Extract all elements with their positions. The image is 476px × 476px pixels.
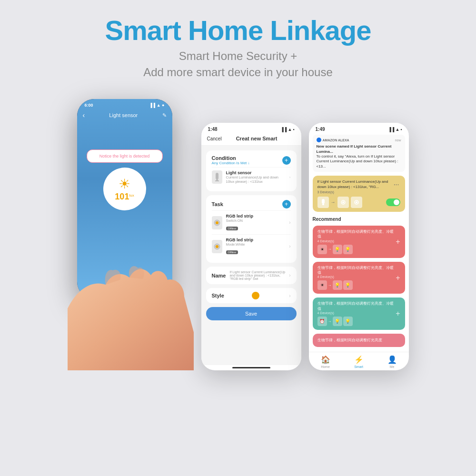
svg-rect-0 bbox=[216, 173, 218, 179]
middle-status-icons: ▐▐▲▪ bbox=[281, 127, 295, 132]
rec-card-2-icons: ☀ → 💡 💡 bbox=[317, 280, 396, 290]
task-item-2-text: RGB led strip Mode:White Offline bbox=[226, 238, 286, 255]
page-title: Smart Home Linkage bbox=[10, 14, 466, 46]
rec-card-2-count: 4 Device(s) bbox=[317, 275, 396, 278]
rec-icon-bulb-5: 💡 bbox=[333, 317, 342, 326]
condition-item[interactable]: Light sensor Current Luminance(Up and do… bbox=[212, 167, 291, 187]
rec-card-4-text: 生物节律，根据时间自动调整灯光亮度 bbox=[317, 338, 400, 343]
recommend-label: Recommend bbox=[309, 215, 409, 224]
svg-rect-7 bbox=[322, 199, 325, 204]
yellow-card-devices: 3 Device(s) bbox=[317, 190, 400, 194]
alexa-icon bbox=[317, 138, 321, 142]
rec-card-3-count: 4 Device(s) bbox=[317, 311, 396, 315]
condition-title: Condition bbox=[212, 155, 250, 161]
right-status-icons: ▐▐▲▪ bbox=[388, 127, 402, 132]
rec-add-button-1[interactable]: + bbox=[396, 238, 400, 246]
alexa-source: AMAZON ALEXA bbox=[317, 138, 349, 142]
alexa-notification: AMAZON ALEXA now New scene named If Ligh… bbox=[313, 135, 405, 172]
nav-smart[interactable]: ⚡ Smart bbox=[354, 355, 364, 368]
rec-card-1-count: 4 Device(s) bbox=[317, 239, 396, 243]
svg-rect-8 bbox=[322, 204, 324, 205]
rec-card-2-text: 生物节律，根据时间自动调整灯光亮度、冷暖值 bbox=[317, 266, 396, 276]
bottom-nav: 🏠 Home ⚡ Smart 👤 Me bbox=[309, 352, 409, 370]
rec-card-4[interactable]: 生物节律，根据时间自动调整灯光亮度 bbox=[313, 334, 405, 347]
rec-add-button-3[interactable]: + bbox=[396, 309, 400, 318]
arrow-icon: → bbox=[331, 199, 336, 205]
add-condition-button[interactable]: + bbox=[282, 156, 291, 165]
add-task-button[interactable]: + bbox=[282, 200, 291, 208]
hand-image bbox=[68, 261, 194, 370]
task-item-2[interactable]: RGB led strip Mode:White Offline › bbox=[212, 234, 291, 258]
notif-time: now bbox=[395, 139, 401, 142]
task-item-2-detail: Mode:White bbox=[226, 242, 286, 247]
device-gear-icon-2 bbox=[351, 197, 362, 208]
rec-icon-bulb-4: 💡 bbox=[343, 280, 353, 290]
page-header: Smart Home Linkage Smart Home Security +… bbox=[0, 0, 476, 89]
rec-card-3-icons: ⏰ → 💡 💡 bbox=[317, 317, 396, 326]
lux-unit: lux bbox=[129, 193, 134, 198]
page-subtitle: Smart Home Security + Add more smart dev… bbox=[10, 48, 466, 80]
task-card: Task + RGB led strip Switch:ON Offline bbox=[206, 195, 297, 263]
rec-icon-bulb-6: 💡 bbox=[343, 317, 353, 326]
task-title: Task bbox=[212, 201, 223, 207]
rec-icon-sun-2: ☀ bbox=[317, 280, 327, 290]
condition-device-detail: Current Luminance(Up and down 10lux plea… bbox=[226, 175, 286, 184]
middle-content: Condition Any Condition Is Met ↓ + bbox=[201, 146, 301, 365]
device-gear-icon bbox=[337, 197, 349, 208]
me-icon: 👤 bbox=[387, 355, 397, 364]
nav-smart-label: Smart bbox=[354, 365, 363, 368]
save-button[interactable]: Save bbox=[206, 307, 297, 320]
rec-card-2[interactable]: 生物节律，根据时间自动调整灯光亮度、冷暖值 4 Device(s) ☀ → 💡 … bbox=[313, 262, 405, 294]
nav-home[interactable]: 🏠 Home bbox=[321, 355, 330, 368]
svg-point-10 bbox=[342, 201, 344, 203]
middle-status-bar: 1:48 ▐▐▲▪ bbox=[201, 123, 301, 134]
rec-card-3-content: 生物节律，根据时间自动调整灯光亮度、冷暖值 4 Device(s) ⏰ → 💡 … bbox=[317, 301, 396, 326]
rec-card-1-content: 生物节律，根据时间自动调整灯光亮度、冷暖值 4 Device(s) ☀ → 💡 … bbox=[317, 229, 396, 254]
device-sensor-icon bbox=[317, 197, 329, 208]
rec-card-2-content: 生物节律，根据时间自动调整灯光亮度、冷暖值 4 Device(s) ☀ → 💡 … bbox=[317, 266, 396, 290]
task-item-2-chevron-icon: › bbox=[289, 244, 290, 249]
sensor-icon bbox=[212, 170, 222, 184]
nav-me-label: Me bbox=[390, 365, 395, 368]
name-label: Name bbox=[212, 273, 226, 278]
condition-card: Condition Any Condition Is Met ↓ + bbox=[206, 150, 297, 191]
right-status-bar: 1:49 ▐▐▲▪ bbox=[309, 123, 409, 134]
style-chevron-icon: › bbox=[289, 293, 290, 298]
nav-me[interactable]: 👤 Me bbox=[387, 355, 397, 368]
sun-icon: ☀ bbox=[119, 176, 130, 192]
home-indicator bbox=[232, 367, 270, 368]
phone-left-title: Light sensor bbox=[85, 112, 162, 118]
style-section[interactable]: Style › bbox=[206, 288, 297, 303]
condition-item-text: Light sensor Current Luminance(Up and do… bbox=[226, 170, 286, 184]
name-chevron-icon: › bbox=[289, 273, 290, 278]
rec-icon-bulb-2: 💡 bbox=[343, 245, 353, 254]
edit-icon[interactable]: ✎ bbox=[162, 112, 167, 119]
rgb-strip-icon-2 bbox=[212, 240, 222, 253]
rec-card-1[interactable]: 生物节律，根据时间自动调整灯光亮度、冷暖值 4 Device(s) ☀ → 💡 … bbox=[313, 226, 405, 258]
yellow-card-devices-row: → bbox=[317, 197, 400, 208]
phone-left-header: ‹ Light sensor ✎ bbox=[77, 109, 172, 121]
task-item-1-badge: Offline bbox=[226, 227, 238, 230]
lux-number: 101 bbox=[115, 192, 129, 201]
yellow-card[interactable]: If Light sensor Current Luminance(Up and… bbox=[313, 176, 405, 212]
phone-middle: 1:48 ▐▐▲▪ Cancel Creat new Smart ✓ Condi… bbox=[201, 123, 301, 370]
rgb-strip-icon-1 bbox=[212, 216, 222, 229]
style-label: Style bbox=[212, 293, 224, 298]
svg-point-4 bbox=[216, 221, 218, 224]
rec-icon-bulb-3: 💡 bbox=[333, 280, 342, 290]
name-section[interactable]: Name If Light sensor Current Luminance(U… bbox=[206, 267, 297, 284]
condition-header: Condition Any Condition Is Met ↓ + bbox=[212, 155, 291, 165]
rec-add-button-2[interactable]: + bbox=[396, 274, 400, 282]
rec-icon-sun: ☀ bbox=[317, 245, 327, 254]
yellow-card-text: If Light sensor Current Luminance(Up and… bbox=[317, 179, 400, 189]
more-options-button[interactable]: ··· bbox=[392, 179, 401, 189]
toggle-on[interactable] bbox=[386, 198, 400, 206]
rec-card-3[interactable]: 生物节律，根据时间自动调整灯光亮度、冷暖值 4 Device(s) ⏰ → 💡 … bbox=[313, 298, 405, 330]
condition-chevron-icon: › bbox=[289, 175, 291, 179]
phone-left-time: 6:00 bbox=[85, 103, 93, 108]
cancel-button[interactable]: Cancel bbox=[207, 136, 222, 141]
rec-icon-bulb-1: 💡 bbox=[333, 245, 342, 254]
task-item-1[interactable]: RGB led strip Switch:ON Offline › bbox=[212, 210, 291, 234]
svg-point-6 bbox=[216, 245, 218, 248]
sun-display: ☀ 101lux bbox=[103, 168, 146, 210]
